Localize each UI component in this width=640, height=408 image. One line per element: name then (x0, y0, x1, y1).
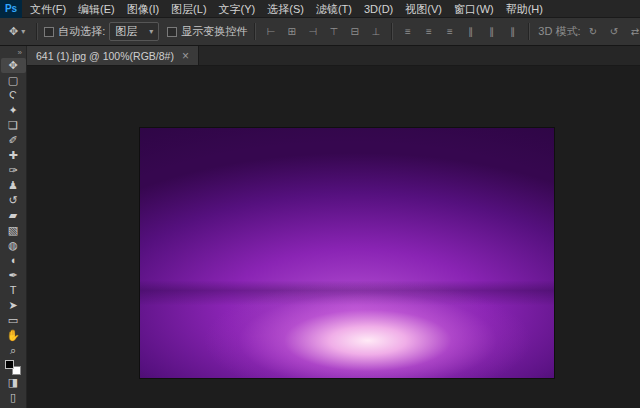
divider (254, 23, 255, 40)
menu-file[interactable]: 文件(F) (24, 0, 72, 18)
blur-tool[interactable]: ◍ (1, 238, 26, 253)
distribute-left-edges-icon[interactable]: ∥ (462, 23, 479, 40)
menu-layer[interactable]: 图层(L) (165, 0, 212, 18)
auto-select-checkbox[interactable] (44, 27, 54, 37)
tool-preset-picker[interactable]: ✥ ▾ (5, 25, 29, 38)
distribute-top-edges-icon[interactable]: ≡ (399, 23, 416, 40)
menu-select[interactable]: 选择(S) (261, 0, 310, 18)
chevron-down-icon: ▾ (21, 27, 25, 36)
spot-healing-brush-tool[interactable]: ✚ (1, 148, 26, 163)
show-transform-controls-checkbox[interactable] (167, 27, 177, 37)
menu-bar: Ps 文件(F) 编辑(E) 图像(I) 图层(L) 文字(Y) 选择(S) 滤… (0, 0, 640, 18)
rectangle-tool[interactable]: ▭ (1, 313, 26, 328)
eyedropper-tool[interactable]: ✐ (1, 133, 26, 148)
auto-select-value: 图层 (115, 24, 137, 39)
menu-image[interactable]: 图像(I) (121, 0, 165, 18)
screen-mode-icon[interactable]: ▯ (1, 390, 26, 405)
zoom-tool[interactable]: ⌕ (1, 343, 26, 358)
canvas-image[interactable] (140, 128, 554, 378)
auto-select-dropdown[interactable]: 图层 ▾ (109, 22, 159, 41)
history-brush-tool[interactable]: ↺ (1, 193, 26, 208)
hand-tool[interactable]: ✋ (1, 328, 26, 343)
align-left-edges-icon[interactable]: ⊢ (262, 23, 279, 40)
align-horizontal-centers-icon[interactable]: ⊞ (283, 23, 300, 40)
divider (391, 23, 392, 40)
gradient-tool[interactable]: ▧ (1, 223, 26, 238)
show-transform-controls-label: 显示变换控件 (181, 24, 247, 39)
divider (528, 23, 529, 40)
3d-mode-label: 3D 模式: (538, 24, 580, 39)
pen-tool[interactable]: ✒ (1, 268, 26, 283)
main-area: » ✥ ▢ Ϛ ✦ ❏ ✐ ✚ ✑ ♟ ↺ ▰ ▧ ◍ ◖ ✒ T ➤ ▭ ✋ … (0, 46, 640, 408)
menu-filter[interactable]: 滤镜(T) (310, 0, 358, 18)
menu-edit[interactable]: 编辑(E) (72, 0, 121, 18)
eraser-tool[interactable]: ▰ (1, 208, 26, 223)
foreground-color-swatch[interactable] (5, 360, 14, 369)
color-swatches[interactable] (5, 360, 21, 375)
menu-type[interactable]: 文字(Y) (213, 0, 262, 18)
distribute-horizontal-centers-icon[interactable]: ∥ (483, 23, 500, 40)
document-tab-title: 641 (1).jpg @ 100%(RGB/8#) (36, 50, 174, 62)
document-workspace: 641 (1).jpg @ 100%(RGB/8#) × (27, 46, 640, 408)
tools-panel: » ✥ ▢ Ϛ ✦ ❏ ✐ ✚ ✑ ♟ ↺ ▰ ▧ ◍ ◖ ✒ T ➤ ▭ ✋ … (0, 46, 27, 408)
align-vertical-centers-icon[interactable]: ⊟ (346, 23, 363, 40)
chevron-down-icon: ▾ (149, 27, 153, 36)
distribute-bottom-edges-icon[interactable]: ≡ (441, 23, 458, 40)
menu-3d[interactable]: 3D(D) (358, 0, 399, 18)
align-bottom-edges-icon[interactable]: ⊥ (367, 23, 384, 40)
collapse-panel-icon[interactable]: » (18, 47, 26, 58)
move-tool-icon: ✥ (9, 25, 18, 38)
quick-mask-icon[interactable]: ◨ (1, 375, 26, 390)
menu-help[interactable]: 帮助(H) (500, 0, 549, 18)
divider (36, 23, 37, 40)
auto-select-label: 自动选择: (58, 24, 105, 39)
brush-tool[interactable]: ✑ (1, 163, 26, 178)
distribute-right-edges-icon[interactable]: ∥ (504, 23, 521, 40)
move-tool[interactable]: ✥ (1, 58, 26, 73)
document-tab-bar: 641 (1).jpg @ 100%(RGB/8#) × (27, 46, 640, 66)
photoshop-window: Ps 文件(F) 编辑(E) 图像(I) 图层(L) 文字(Y) 选择(S) 滤… (0, 0, 640, 408)
options-bar: ✥ ▾ 自动选择: 图层 ▾ 显示变换控件 ⊢ ⊞ ⊣ ⊤ ⊟ ⊥ ≡ ≡ ≡ … (0, 18, 640, 46)
lasso-tool[interactable]: Ϛ (1, 88, 26, 103)
3d-drag-icon[interactable]: ⇄ (627, 23, 640, 40)
photoshop-logo-icon: Ps (0, 0, 22, 18)
align-top-edges-icon[interactable]: ⊤ (325, 23, 342, 40)
clone-stamp-tool[interactable]: ♟ (1, 178, 26, 193)
rectangular-marquee-tool[interactable]: ▢ (1, 73, 26, 88)
dodge-tool[interactable]: ◖ (1, 253, 26, 268)
distribute-vertical-centers-icon[interactable]: ≡ (420, 23, 437, 40)
path-selection-tool[interactable]: ➤ (1, 298, 26, 313)
menu-view[interactable]: 视图(V) (399, 0, 448, 18)
quick-selection-tool[interactable]: ✦ (1, 103, 26, 118)
3d-rotate-icon[interactable]: ↻ (585, 23, 602, 40)
align-right-edges-icon[interactable]: ⊣ (304, 23, 321, 40)
3d-roll-icon[interactable]: ↺ (606, 23, 623, 40)
crop-tool[interactable]: ❏ (1, 118, 26, 133)
menu-window[interactable]: 窗口(W) (448, 0, 500, 18)
close-icon[interactable]: × (182, 50, 189, 62)
type-tool[interactable]: T (1, 283, 26, 298)
document-tab[interactable]: 641 (1).jpg @ 100%(RGB/8#) × (27, 46, 199, 65)
